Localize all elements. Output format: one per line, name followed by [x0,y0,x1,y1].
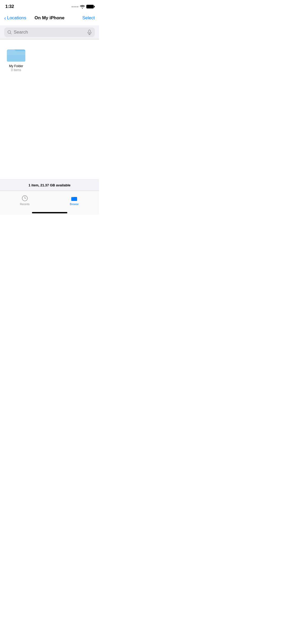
folder-name: My Folder [9,64,23,68]
tab-bar: Recents Browse [0,191,99,213]
svg-rect-2 [89,30,91,33]
svg-rect-7 [7,51,25,55]
svg-line-1 [10,33,11,34]
status-bar: 1:32 [0,0,99,12]
microphone-icon [87,30,92,35]
search-bar[interactable] [4,27,95,37]
folder-icon [6,46,26,63]
svg-rect-12 [71,197,77,201]
chevron-left-icon: ‹ [4,15,6,21]
battery-icon [86,5,94,8]
content-area: My Folder 0 items [0,39,99,179]
signal-icon [72,6,78,7]
tab-browse[interactable]: Browse [50,193,99,207]
search-container [0,25,99,39]
recents-label: Recents [20,203,30,206]
home-bar [32,212,67,213]
browse-label: Browse [70,203,79,206]
status-time: 1:32 [5,4,14,9]
recents-icon [21,195,28,202]
search-input[interactable] [14,30,85,35]
footer-status: 1 item, 21.37 GB available [0,179,99,191]
folder-grid: My Folder 0 items [4,44,95,74]
wifi-icon [80,5,85,8]
navigation-bar: ‹ Locations On My iPhone Select [0,12,99,25]
storage-status: 1 item, 21.37 GB available [29,183,70,187]
search-icon [7,30,12,34]
status-icons [72,5,94,8]
folder-count: 0 items [11,68,21,72]
page-title: On My iPhone [28,15,71,21]
folder-item[interactable]: My Folder 0 items [4,44,28,74]
home-indicator [0,213,99,215]
browse-icon [71,195,78,202]
tab-recents[interactable]: Recents [0,193,50,207]
select-button[interactable]: Select [71,15,95,21]
back-button[interactable]: ‹ Locations [4,15,28,21]
back-label: Locations [7,15,26,21]
